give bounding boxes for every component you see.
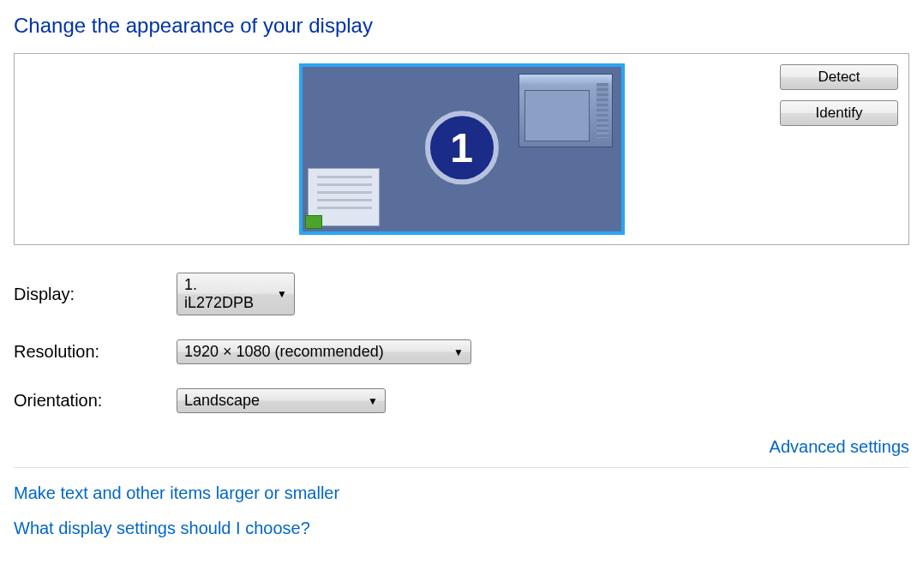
detect-button[interactable]: Detect [780,64,898,90]
monitor-number-badge: 1 [425,111,499,184]
chevron-down-icon: ▼ [453,346,464,358]
start-menu-icon [308,168,380,226]
page-title: Change the appearance of your display [14,14,909,38]
display-label: Display: [14,285,177,304]
advanced-settings-link[interactable]: Advanced settings [770,437,909,456]
display-select[interactable]: 1. iL272DPB ▼ [177,273,295,315]
resolution-select-value: 1920 × 1080 (recommended) [184,343,384,361]
orientation-select-value: Landscape [184,392,260,410]
text-size-link[interactable]: Make text and other items larger or smal… [14,483,909,503]
display-select-value: 1. iL272DPB [184,276,267,312]
monitor-thumbnail[interactable]: 1 [299,63,625,235]
orientation-select[interactable]: Landscape ▼ [177,388,386,413]
resolution-label: Resolution: [14,342,177,362]
divider [14,467,909,468]
window-icon [518,74,613,147]
monitor-preview-panel: 1 Detect Identify [14,53,909,245]
resolution-select[interactable]: 1920 × 1080 (recommended) ▼ [177,339,471,364]
identify-button[interactable]: Identify [780,100,898,126]
help-link[interactable]: What display settings should I choose? [14,519,909,538]
chevron-down-icon: ▼ [277,288,287,300]
orientation-label: Orientation: [14,391,177,411]
chevron-down-icon: ▼ [368,395,378,407]
